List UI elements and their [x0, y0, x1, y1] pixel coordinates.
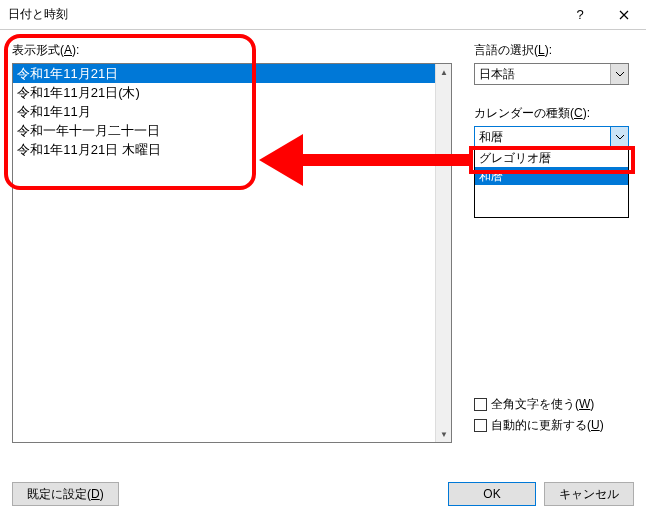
language-label: 言語の選択(L): [474, 42, 634, 59]
list-item[interactable]: 令和1年11月 [13, 102, 435, 121]
list-item[interactable]: 令和1年11月21日(木) [13, 83, 435, 102]
list-item[interactable]: 令和1年11月21日 [13, 64, 435, 83]
dropdown-option[interactable]: グレゴリオ暦 [475, 149, 628, 167]
close-button[interactable] [602, 0, 646, 30]
format-listbox[interactable]: 令和1年11月21日 令和1年11月21日(木) 令和1年11月 令和一年十一月… [12, 63, 452, 443]
list-item[interactable]: 令和1年11月21日 木曜日 [13, 140, 435, 159]
calendar-label: カレンダーの種類(C): [474, 105, 634, 122]
dialog-title: 日付と時刻 [8, 6, 558, 23]
ok-button[interactable]: OK [448, 482, 536, 506]
chevron-down-icon [610, 64, 628, 84]
language-value: 日本語 [475, 66, 610, 83]
dropdown-option[interactable]: 和暦 [475, 167, 628, 185]
autoupdate-checkbox-row[interactable]: 自動的に更新する(U) [474, 417, 634, 434]
scrollbar[interactable]: ▲ ▼ [435, 64, 451, 442]
dialog-content: 表示形式(A): 令和1年11月21日 令和1年11月21日(木) 令和1年11… [0, 30, 646, 460]
scroll-down-icon[interactable]: ▼ [436, 426, 452, 442]
list-item[interactable]: 令和一年十一月二十一日 [13, 121, 435, 140]
titlebar: 日付と時刻 ? [0, 0, 646, 30]
close-icon [619, 10, 629, 20]
right-pane: 言語の選択(L): 日本語 カレンダーの種類(C): 和暦 グレゴリオ暦 和暦 … [474, 42, 634, 148]
fullwidth-label: 全角文字を使う(W) [491, 396, 594, 413]
calendar-dropdown[interactable]: 和暦 グレゴリオ暦 和暦 [474, 126, 629, 148]
checkbox-icon [474, 398, 487, 411]
help-button[interactable]: ? [558, 0, 602, 30]
language-dropdown[interactable]: 日本語 [474, 63, 629, 85]
scroll-up-icon[interactable]: ▲ [436, 64, 452, 80]
calendar-dropdown-list: グレゴリオ暦 和暦 [474, 148, 629, 218]
set-default-button[interactable]: 既定に設定(D) [12, 482, 119, 506]
autoupdate-label: 自動的に更新する(U) [491, 417, 604, 434]
button-row: 既定に設定(D) OK キャンセル [12, 482, 634, 506]
checkbox-icon [474, 419, 487, 432]
cancel-button[interactable]: キャンセル [544, 482, 634, 506]
format-label: 表示形式(A): [12, 42, 452, 59]
fullwidth-checkbox-row[interactable]: 全角文字を使う(W) [474, 396, 634, 413]
format-pane: 表示形式(A): 令和1年11月21日 令和1年11月21日(木) 令和1年11… [12, 42, 452, 443]
chevron-down-icon [610, 127, 628, 147]
calendar-value: 和暦 [475, 129, 610, 146]
